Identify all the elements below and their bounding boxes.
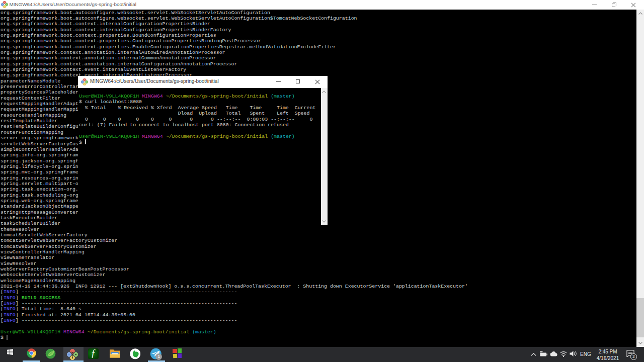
svg-text:ƒ: ƒ — [91, 348, 96, 358]
